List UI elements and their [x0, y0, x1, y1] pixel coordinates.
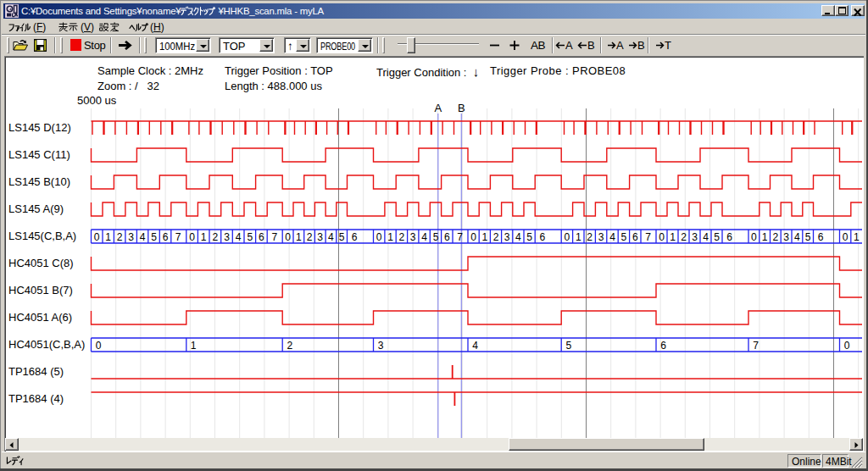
svg-text:7: 7: [175, 231, 181, 243]
svg-text:2: 2: [399, 231, 405, 243]
svg-text:4: 4: [703, 231, 709, 243]
svg-text:4: 4: [328, 231, 334, 243]
svg-text:3: 3: [504, 231, 510, 243]
svg-text:3: 3: [317, 231, 323, 243]
svg-text:0: 0: [751, 231, 757, 243]
svg-text:4: 4: [472, 340, 478, 352]
svg-text:7: 7: [271, 231, 277, 243]
svg-text:1: 1: [387, 231, 393, 243]
svg-text:3: 3: [783, 231, 789, 243]
svg-text:3: 3: [378, 340, 384, 352]
svg-text:3: 3: [224, 231, 230, 243]
svg-text:0: 0: [94, 231, 100, 243]
svg-text:7: 7: [457, 231, 463, 243]
svg-text:6: 6: [352, 231, 358, 243]
svg-text:4: 4: [236, 231, 242, 243]
svg-text:5: 5: [621, 231, 627, 243]
svg-text:4: 4: [421, 231, 427, 243]
svg-text:4: 4: [515, 231, 521, 243]
svg-text:0: 0: [659, 231, 665, 243]
svg-text:5: 5: [565, 340, 571, 352]
svg-text:0: 0: [470, 231, 476, 243]
svg-text:1: 1: [201, 231, 207, 243]
svg-text:4: 4: [140, 231, 146, 243]
svg-text:2: 2: [493, 231, 499, 243]
svg-text:5: 5: [805, 231, 811, 243]
svg-text:6: 6: [259, 231, 264, 243]
svg-text:2: 2: [587, 231, 593, 243]
svg-text:1: 1: [670, 231, 676, 243]
svg-text:3: 3: [598, 231, 604, 243]
svg-text:0: 0: [565, 231, 570, 243]
svg-text:0: 0: [285, 231, 291, 243]
svg-text:7: 7: [753, 340, 759, 352]
svg-text:1: 1: [105, 231, 111, 243]
svg-text:1: 1: [481, 231, 487, 243]
svg-text:6: 6: [632, 231, 638, 243]
svg-text:2: 2: [307, 231, 313, 243]
svg-text:B: B: [458, 102, 465, 114]
svg-text:6: 6: [163, 231, 169, 243]
svg-text:3: 3: [692, 231, 698, 243]
svg-text:0: 0: [844, 340, 850, 352]
svg-text:0: 0: [189, 231, 195, 243]
svg-text:6: 6: [444, 231, 450, 243]
svg-text:1: 1: [854, 231, 860, 243]
svg-text:7: 7: [645, 231, 651, 243]
svg-text:5: 5: [526, 231, 532, 243]
svg-text:2: 2: [773, 231, 779, 243]
svg-text:6: 6: [818, 231, 824, 243]
svg-text:5: 5: [339, 231, 345, 243]
svg-text:5: 5: [714, 231, 720, 243]
svg-text:0: 0: [376, 231, 382, 243]
svg-text:4: 4: [794, 231, 800, 243]
svg-text:3: 3: [128, 231, 134, 243]
svg-text:1: 1: [762, 231, 768, 243]
svg-text:3: 3: [410, 231, 416, 243]
svg-text:2: 2: [287, 340, 292, 352]
svg-text:0: 0: [96, 340, 102, 352]
svg-text:4: 4: [609, 231, 615, 243]
svg-text:1: 1: [296, 231, 302, 243]
svg-text:2: 2: [117, 231, 123, 243]
svg-text:1: 1: [576, 231, 581, 243]
svg-text:2: 2: [681, 231, 687, 243]
svg-text:0: 0: [843, 231, 849, 243]
svg-text:5: 5: [433, 231, 439, 243]
svg-text:2: 2: [213, 231, 219, 243]
svg-text:5: 5: [151, 231, 157, 243]
svg-text:6: 6: [660, 340, 666, 352]
svg-text:1: 1: [191, 340, 197, 352]
svg-text:6: 6: [539, 231, 545, 243]
svg-text:6: 6: [726, 231, 732, 243]
svg-text:5: 5: [247, 231, 253, 243]
svg-text:A: A: [434, 102, 442, 114]
